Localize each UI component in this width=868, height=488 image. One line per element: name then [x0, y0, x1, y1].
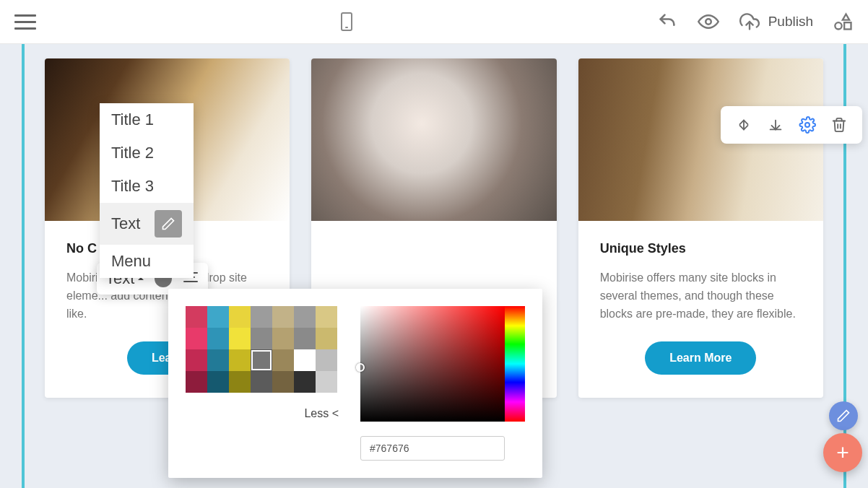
palette-swatch[interactable] — [229, 371, 251, 393]
palette-swatch[interactable] — [251, 349, 272, 371]
color-picker-panel: Less < — [168, 289, 542, 478]
style-option-title2[interactable]: Title 2 — [100, 136, 194, 170]
delete-block-button[interactable] — [826, 112, 852, 138]
add-block-fab[interactable]: + — [823, 433, 862, 472]
card-image[interactable] — [311, 58, 556, 221]
palette-swatch[interactable] — [294, 306, 316, 328]
palette-swatch[interactable] — [207, 328, 229, 349]
editor-canvas: No C Mobirise is an easy ... just drop s… — [0, 44, 868, 488]
canvas-guide-left — [22, 44, 25, 488]
publish-label: Publish — [768, 14, 813, 30]
palette-swatch[interactable] — [316, 371, 337, 393]
sv-handle[interactable] — [356, 363, 365, 372]
hex-input[interactable] — [360, 436, 505, 461]
palette-swatch[interactable] — [186, 349, 207, 371]
palette-swatch[interactable] — [294, 371, 316, 393]
publish-button[interactable]: Publish — [739, 12, 813, 32]
palette-swatch[interactable] — [229, 349, 251, 371]
palette-swatch[interactable] — [207, 306, 229, 328]
saturation-value-area[interactable] — [360, 306, 505, 422]
topbar-actions: Publish — [657, 11, 854, 32]
palette-swatch[interactable] — [229, 306, 251, 328]
move-up-button[interactable] — [731, 112, 757, 138]
preview-button[interactable] — [698, 11, 719, 32]
mobile-icon — [341, 12, 352, 31]
palette-swatch[interactable] — [229, 328, 251, 349]
less-colors-toggle[interactable]: Less < — [186, 407, 339, 420]
hue-slider[interactable] — [505, 306, 525, 422]
palette-swatch[interactable] — [186, 328, 207, 349]
palette-swatch[interactable] — [186, 371, 207, 393]
device-preview-toggle[interactable] — [36, 12, 657, 31]
picker-column — [360, 306, 525, 461]
palette-swatch[interactable] — [272, 328, 294, 349]
learn-more-button[interactable]: Learn More — [645, 341, 756, 375]
undo-button[interactable] — [657, 12, 677, 32]
edit-fab[interactable] — [829, 401, 858, 430]
palette-swatch[interactable] — [316, 349, 337, 371]
text-style-dropdown: Title 1 Title 2 Title 3 Text Menu — [100, 103, 194, 278]
palette-grid — [186, 306, 339, 393]
menu-button[interactable] — [14, 10, 36, 34]
style-option-text[interactable]: Text — [100, 203, 194, 245]
block-settings-button[interactable] — [794, 112, 820, 138]
palette-swatch[interactable] — [272, 349, 294, 371]
style-option-title1[interactable]: Title 1 — [100, 103, 194, 136]
svg-point-1 — [835, 22, 841, 29]
palette-swatch[interactable] — [251, 371, 272, 393]
style-option-label: Text — [111, 214, 140, 233]
cloud-upload-icon — [739, 12, 760, 32]
card-text[interactable]: Mobirise offers many site blocks in seve… — [600, 269, 802, 323]
style-option-menu[interactable]: Menu — [100, 245, 194, 278]
palette-swatch[interactable] — [294, 349, 316, 371]
palette-swatch[interactable] — [272, 306, 294, 328]
card-title[interactable]: Unique Styles — [600, 241, 802, 256]
topbar: Publish — [0, 0, 868, 44]
svg-rect-2 — [844, 22, 851, 29]
palette-swatch[interactable] — [316, 306, 337, 328]
palette-swatch[interactable] — [251, 306, 272, 328]
palette-swatch[interactable] — [207, 371, 229, 393]
palette-swatch[interactable] — [272, 371, 294, 393]
palette-swatch[interactable] — [186, 306, 207, 328]
block-toolbar — [721, 106, 862, 144]
move-down-button[interactable] — [763, 112, 789, 138]
palette-swatch[interactable] — [294, 328, 316, 349]
style-option-title3[interactable]: Title 3 — [100, 170, 194, 203]
palette-swatch[interactable] — [207, 349, 229, 371]
card-body: Unique Styles Mobirise offers many site … — [578, 221, 823, 398]
palette-swatch[interactable] — [316, 328, 337, 349]
svg-point-3 — [805, 123, 810, 127]
pencil-icon[interactable] — [155, 210, 182, 238]
palette-column: Less < — [186, 306, 339, 461]
palette-swatch[interactable] — [251, 328, 272, 349]
shapes-button[interactable] — [833, 12, 854, 32]
svg-point-0 — [706, 19, 711, 25]
